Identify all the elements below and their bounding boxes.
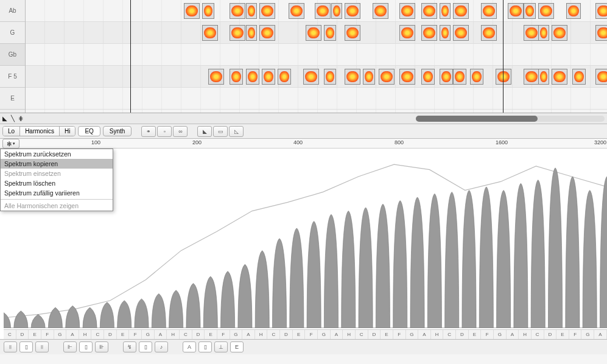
note-blob[interactable]	[595, 69, 607, 85]
note-blob[interactable]	[538, 3, 554, 19]
note-blob[interactable]	[208, 69, 224, 85]
note-blob[interactable]	[524, 3, 536, 19]
note-blob[interactable]	[230, 3, 245, 19]
note-blob[interactable]	[345, 69, 360, 85]
note-blob[interactable]	[246, 3, 257, 19]
note-blob[interactable]	[481, 25, 497, 41]
note-blob[interactable]	[315, 3, 331, 19]
note-blob[interactable]	[552, 69, 567, 85]
note-blob[interactable]	[303, 69, 319, 85]
note-blob[interactable]	[508, 3, 524, 19]
note-blob[interactable]	[345, 25, 360, 41]
tool-2-icon[interactable]: ▯	[19, 341, 33, 352]
box-icon[interactable]: ▫	[157, 126, 172, 137]
link-icon[interactable]: ⚭	[141, 126, 156, 137]
menu-item[interactable]: Spektrum zurücksetzen	[1, 149, 113, 159]
amp-button[interactable]: A	[183, 341, 196, 352]
note-blob[interactable]	[453, 69, 466, 85]
grid-tool-icon[interactable]: ⋕	[18, 115, 23, 122]
loop-icon[interactable]: ∞	[173, 126, 188, 137]
spectrum-context-menu[interactable]: Spektrum zurücksetzenSpektrum kopierenSp…	[0, 149, 113, 211]
note-blob[interactable]	[289, 3, 304, 19]
track-row[interactable]	[26, 88, 607, 110]
track-area[interactable]	[26, 0, 607, 113]
tool-10-icon[interactable]: ▯	[198, 341, 212, 352]
note-blob[interactable]	[278, 69, 291, 85]
note-blob[interactable]	[440, 25, 451, 41]
note-blob[interactable]	[373, 3, 388, 19]
cursor-tool-icon[interactable]: ◣	[2, 115, 7, 122]
tool-8-icon[interactable]: ▯	[139, 341, 152, 352]
mode-a-icon[interactable]: ◣	[197, 126, 212, 137]
track-row[interactable]	[26, 22, 607, 44]
note-blob[interactable]	[440, 3, 451, 19]
note-blob[interactable]	[184, 3, 200, 19]
menu-item[interactable]: Spektrum zufällig variieren	[1, 188, 113, 198]
gear-menu-button[interactable]: ✻▾	[2, 139, 19, 149]
note-blob[interactable]	[324, 25, 336, 41]
note-blob[interactable]	[421, 3, 437, 19]
piano-roll[interactable]: Ab G Gb F 5 E	[0, 0, 607, 113]
tool-9-icon[interactable]: ♪	[155, 341, 168, 352]
note-blob[interactable]	[230, 25, 245, 41]
note-blob[interactable]	[440, 69, 453, 85]
harmonics-button[interactable]: Harmonics	[20, 127, 60, 136]
track-row[interactable]	[26, 66, 607, 88]
tool-7-icon[interactable]: ↯	[123, 341, 136, 352]
note-blob[interactable]	[306, 25, 321, 41]
note-blob[interactable]	[331, 3, 342, 19]
note-blob[interactable]	[202, 25, 218, 41]
playhead[interactable]	[130, 0, 131, 113]
note-blob[interactable]	[572, 69, 586, 85]
note-blob[interactable]	[524, 25, 539, 41]
pencil-tool-icon[interactable]: ╲	[11, 115, 15, 122]
note-blob[interactable]	[399, 69, 415, 85]
horizontal-scrollbar[interactable]	[416, 116, 605, 122]
note-blob[interactable]	[595, 25, 607, 41]
note-blob[interactable]	[345, 3, 360, 19]
note-blob[interactable]	[324, 69, 336, 85]
note-blob[interactable]	[453, 25, 469, 41]
tool-11-icon[interactable]: ⊥	[214, 341, 228, 352]
note-blob[interactable]	[399, 3, 415, 19]
mode-c-icon[interactable]: ◺	[229, 126, 244, 137]
note-blob[interactable]	[259, 3, 275, 19]
menu-item[interactable]: Spektrum kopieren	[1, 159, 113, 169]
tool-3-icon[interactable]: ⫴	[35, 341, 49, 352]
note-blob[interactable]	[246, 25, 257, 41]
note-blob[interactable]	[421, 25, 437, 41]
note-blob[interactable]	[259, 25, 275, 41]
note-blob[interactable]	[246, 69, 259, 85]
note-blob[interactable]	[538, 69, 549, 85]
playhead[interactable]	[503, 0, 503, 113]
note-blob[interactable]	[524, 69, 539, 85]
note-blob[interactable]	[379, 69, 395, 85]
note-blob[interactable]	[481, 3, 497, 19]
track-row[interactable]	[26, 44, 607, 66]
track-row[interactable]	[26, 0, 607, 22]
menu-item[interactable]: Spektrum löschen	[1, 178, 113, 188]
synth-button[interactable]: Synth	[103, 126, 132, 136]
mode-b-icon[interactable]: ▭	[213, 126, 228, 137]
note-blob[interactable]	[538, 25, 549, 41]
tool-4-icon[interactable]: ⊩	[63, 341, 77, 352]
eq-button[interactable]: EQ	[78, 126, 100, 136]
note-blob[interactable]	[202, 3, 214, 19]
hi-button[interactable]: Hi	[60, 127, 75, 136]
tool-6-icon[interactable]: ⊪	[95, 341, 108, 352]
note-blob[interactable]	[453, 3, 469, 19]
note-blob[interactable]	[421, 69, 435, 85]
note-blob[interactable]	[552, 25, 567, 41]
note-blob[interactable]	[595, 3, 607, 19]
env-button[interactable]: E	[230, 341, 244, 352]
tool-5-icon[interactable]: ▯	[79, 341, 93, 352]
note-blob[interactable]	[399, 25, 415, 41]
lo-button[interactable]: Lo	[3, 127, 20, 136]
note-blob[interactable]	[566, 3, 581, 19]
note-blob[interactable]	[262, 69, 275, 85]
note-blob[interactable]	[470, 69, 483, 85]
note-blob[interactable]	[363, 69, 375, 85]
tool-1-icon[interactable]: ⫴	[4, 341, 17, 352]
note-blob[interactable]	[230, 69, 243, 85]
note-blob[interactable]	[496, 69, 511, 85]
